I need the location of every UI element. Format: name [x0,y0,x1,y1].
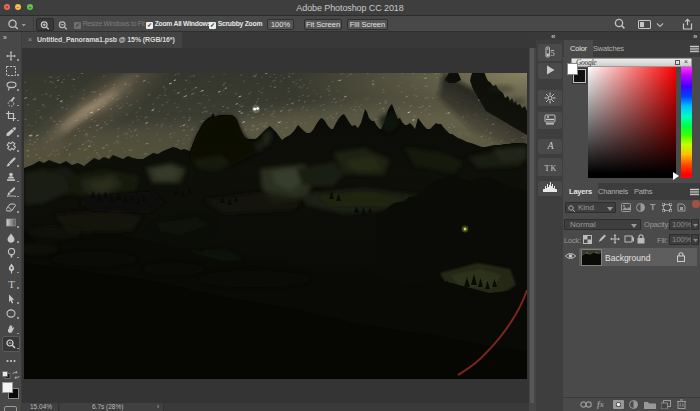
svg-text:T: T [544,163,550,173]
svg-text:K: K [550,164,556,173]
svg-text:5: 5 [550,48,555,58]
svg-text:A: A [546,140,554,151]
svg-text:T: T [8,279,15,289]
